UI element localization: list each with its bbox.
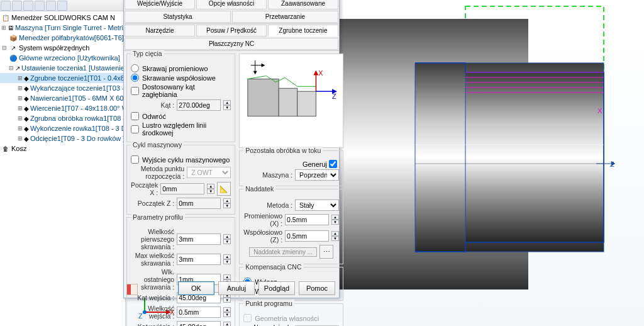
label: Kąt wyjścia :: [131, 323, 174, 326]
toolbar-btn[interactable]: [35, 1, 45, 11]
label: Max wielkość skrawania :: [131, 252, 174, 267]
tree-op-rough[interactable]: ⊞◆Zgrubne toczenie1[T01 - 0.4x80.00° Rom…: [0, 73, 125, 83]
label: Skrawanie współosiowe: [142, 74, 216, 82]
tab-feature-options[interactable]: Opcje własności: [196, 0, 267, 9]
spinner[interactable]: ▲▼: [331, 231, 339, 241]
tree-trash[interactable]: 🗑Kosz: [0, 143, 125, 154]
tab-posting[interactable]: Przetwarzanie: [232, 11, 338, 23]
spinner[interactable]: ▲▼: [331, 215, 339, 225]
svg-text:Z: Z: [332, 93, 336, 100]
toolbar-btn[interactable]: [57, 1, 67, 11]
select-start-method[interactable]: Z OWT: [187, 167, 231, 178]
cancel-button[interactable]: Anuluj: [218, 281, 255, 295]
check-reverse[interactable]: [131, 112, 139, 120]
tab-rough-turn[interactable]: Zgrubne toczenie: [268, 25, 338, 37]
tree-op-cutoff[interactable]: ⊞◆Odcięcie1[T09 - 3 Do rowków ]: [0, 133, 125, 143]
toolbar-btn[interactable]: [23, 1, 33, 11]
input-size-in[interactable]: [177, 306, 221, 318]
dialog-tabs-row2: Narzędzie Posuw / Prędkość Zgrubne tocze…: [124, 24, 339, 51]
ok-button[interactable]: OK: [178, 281, 214, 295]
input-start-z[interactable]: [177, 198, 221, 209]
spinner[interactable]: ▲▼: [223, 254, 231, 264]
group-remaining: Pozostała obróbka w toku Generuj Maszyna…: [239, 150, 343, 186]
toolbar-btn[interactable]: [12, 1, 22, 11]
spinner[interactable]: ▲▼: [223, 100, 231, 110]
label: Maszyna :: [243, 171, 292, 179]
svg-rect-23: [248, 79, 279, 116]
spinner[interactable]: ▲▼: [207, 184, 214, 194]
tab-feeds[interactable]: Posuw / Prędkość: [196, 25, 267, 37]
group-program-point: Punkt programu Geometria własności Narzę…: [239, 303, 343, 326]
label: Odwróć: [142, 113, 166, 120]
feature-tree[interactable]: 📋Menedżer SOLIDWORKS CAM N ⊞🖥Maszyna [Tu…: [0, 11, 125, 155]
tab-statistics[interactable]: Statystyka: [125, 11, 231, 23]
tab-in-out[interactable]: Wejście/Wyjście: [125, 0, 195, 9]
preview-button[interactable]: Podgląd: [258, 281, 295, 295]
input-max-cut[interactable]: [177, 254, 221, 265]
group-title: Parametry profilu: [131, 213, 185, 221]
check-feature-geom: [243, 314, 252, 322]
spinner[interactable]: ▲▼: [223, 234, 231, 244]
radio-radial[interactable]: [131, 64, 139, 72]
dialog-footer: OK Anuluj Podgląd Pomoc: [178, 281, 335, 295]
group-profile-params: Parametry profilu Wielkość pierwszego sk…: [126, 217, 235, 326]
allowance-options-button[interactable]: ⋯: [319, 245, 333, 259]
tree-stock[interactable]: 📦Menedżer półfabrykatów[6061-T6]: [0, 33, 125, 43]
spinner[interactable]: ▲▼: [223, 322, 231, 326]
check-custom-angle[interactable]: [131, 87, 139, 95]
tree-coord[interactable]: ⊟↗System współrzędnych: [0, 43, 125, 53]
select-machine-wip[interactable]: Poprzednia resztka: [295, 169, 339, 181]
svg-marker-27: [314, 70, 319, 76]
dialog-tabs-row1: Wejście/Wyjście Opcje własności Zaawanso…: [124, 0, 339, 24]
tree-machine[interactable]: ⊞🖥Maszyna [Turn Single Turret - Metric]: [0, 23, 125, 33]
group-title: Cykl maszynowy: [131, 141, 184, 149]
group-title: Punkt programu: [243, 300, 294, 307]
preview-panel: X Z: [239, 53, 343, 148]
tab-advanced[interactable]: Zaawansowane: [268, 0, 338, 9]
tree-op-grooverough[interactable]: ⊞◆Zgrubna obróbka rowka1[T08 - 3 Do rowk…: [0, 113, 125, 123]
check-mirror[interactable]: [131, 125, 139, 133]
input-start-x[interactable]: [160, 183, 204, 194]
label: Lustro względem linii środkowej: [142, 121, 231, 137]
label: Kąt :: [131, 101, 174, 109]
label: Generuj: [303, 160, 327, 168]
tree-root[interactable]: 📋Menedżer SOLIDWORKS CAM N: [0, 13, 125, 23]
input-angle-out[interactable]: [177, 321, 221, 326]
input-angle[interactable]: [177, 99, 221, 111]
group-cut-type: Typ cięcia Skrawaj promieniowo Skrawanie…: [126, 53, 235, 142]
label: Skrawaj promieniowo: [142, 65, 208, 72]
group-title: Naddatek: [243, 185, 275, 193]
help-button[interactable]: Pomoc: [299, 281, 335, 295]
tree-op-groovefinish[interactable]: ⊞◆Wykończenie rowka1[T08 - 3 Do rowków ]: [0, 123, 125, 133]
svg-rect-24: [279, 88, 297, 116]
tree-op-centerdrill[interactable]: ⊞◆Nawiercanie1[T05 - 6MM X 60DEG6MM X 60…: [0, 93, 125, 103]
svg-text:X: X: [319, 69, 323, 77]
check-generate[interactable]: [329, 160, 337, 168]
label: Współosiowo (Z) :: [243, 228, 282, 244]
tree-setup[interactable]: ⊟↗Ustawienie toczenia1 [Ustawienie opera…: [0, 63, 125, 73]
input-allowance-x[interactable]: [285, 214, 329, 225]
var-allowance-button[interactable]: Naddatek zmienny ...: [249, 247, 317, 257]
tab-nc-planes[interactable]: Płaszczyzny NC: [125, 38, 338, 50]
radio-axial[interactable]: [131, 74, 139, 82]
spinner[interactable]: ▲▼: [223, 198, 231, 208]
check-cycle-output[interactable]: [131, 155, 139, 164]
tree-spindle[interactable]: 🔵Główne wrzeciono [Użytkownika]: [0, 53, 125, 63]
group-machine-cycle: Cykl maszynowy Wyjście cyklu maszynowego…: [126, 145, 235, 215]
group-allowance: Naddatek Metoda :Stały Promieniowo (X) :…: [239, 189, 343, 264]
tree-op-drill[interactable]: ⊞◆Wiercenie1[T07 - 49x118.00° Wiercenie …: [0, 103, 125, 113]
svg-marker-35: [253, 71, 257, 75]
tree-op-finish[interactable]: ⊞◆Wykańczające toczenie1[T03 - 0.4x55.00…: [0, 83, 125, 93]
spinner[interactable]: ▲▼: [223, 307, 231, 317]
svg-rect-3: [465, 72, 604, 242]
pick-point-button[interactable]: 📐: [217, 182, 231, 196]
group-title: Kompensacja CNC: [243, 263, 303, 271]
input-first-cut[interactable]: [177, 233, 221, 245]
label: Początek Z :: [131, 200, 174, 207]
label: Wielkość pierwszego skrawania :: [131, 228, 174, 250]
select-allowance-method[interactable]: Stały: [295, 200, 339, 211]
toolbar-btn[interactable]: [46, 1, 56, 11]
input-allowance-z[interactable]: [285, 230, 329, 242]
tab-tool[interactable]: Narzędzie: [125, 25, 195, 37]
toolbar-btn[interactable]: [1, 1, 11, 11]
